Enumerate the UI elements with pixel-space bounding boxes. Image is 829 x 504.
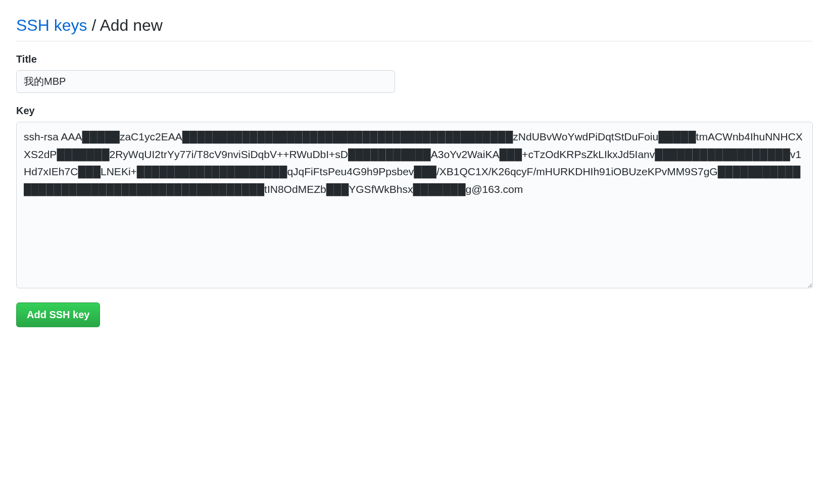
page-header: SSH keys / Add new [16,16,813,41]
title-input[interactable] [16,70,395,93]
title-form-group: Title [16,54,813,93]
title-label: Title [16,54,813,65]
page-title: Add new [100,16,163,34]
add-ssh-key-button[interactable]: Add SSH key [16,303,100,327]
key-textarea[interactable]: ssh-rsa AAA█████zaC1yc2EAA██████████████… [16,122,813,288]
key-form-group: Key ssh-rsa AAA█████zaC1yc2EAA██████████… [16,105,813,290]
breadcrumb-separator: / [87,16,100,34]
key-label: Key [16,105,813,117]
ssh-keys-link[interactable]: SSH keys [16,16,87,34]
